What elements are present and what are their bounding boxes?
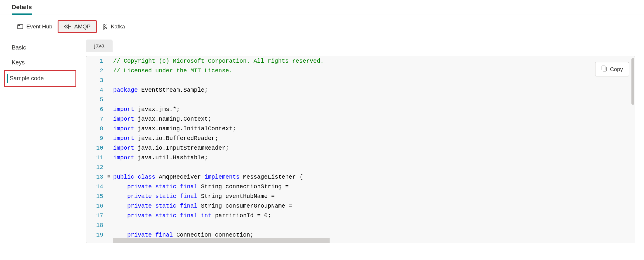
- fold-gutter: [107, 76, 113, 85]
- line-number: 14: [86, 182, 107, 191]
- code-line: 17 private static final int partitionId …: [86, 211, 635, 220]
- svg-rect-14: [603, 67, 606, 71]
- line-number: 7: [86, 114, 107, 124]
- sidebar-item-basic[interactable]: Basic: [4, 40, 77, 55]
- code-content[interactable]: [113, 76, 635, 85]
- fold-gutter: [107, 201, 113, 211]
- sidebar-item-sample[interactable]: Sample code: [4, 70, 76, 87]
- line-number: 17: [86, 211, 107, 220]
- code-line: 16 private static final String consumerG…: [86, 201, 635, 211]
- fold-gutter: [107, 211, 113, 220]
- svg-point-3: [19, 25, 20, 26]
- code-scroll[interactable]: 1// Copyright (c) Microsoft Corporation.…: [86, 56, 635, 243]
- line-number: 16: [86, 201, 107, 211]
- sidebar-item-label: Basic: [12, 44, 26, 51]
- protocol-tab-kafka[interactable]: Kafka: [97, 21, 130, 32]
- fold-gutter: [107, 220, 113, 230]
- code-content[interactable]: import javax.jms.*;: [113, 105, 635, 114]
- line-number: 9: [86, 134, 107, 143]
- code-line: 6import javax.jms.*;: [86, 105, 635, 114]
- fold-gutter: [107, 134, 113, 143]
- code-content[interactable]: private static final String connectionSt…: [113, 182, 635, 191]
- fold-gutter: [107, 85, 113, 95]
- horizontal-scrollbar[interactable]: [113, 238, 330, 243]
- code-content[interactable]: [113, 162, 635, 172]
- code-line: 12: [86, 162, 635, 172]
- svg-point-9: [106, 27, 107, 28]
- svg-point-8: [106, 25, 107, 26]
- kafka-icon: [102, 23, 108, 30]
- svg-line-12: [104, 26, 106, 27]
- code-content[interactable]: import javax.naming.Context;: [113, 114, 635, 124]
- svg-point-2: [18, 25, 19, 26]
- line-number: 1: [86, 56, 107, 66]
- code-content[interactable]: private static final int partitionId = 0…: [113, 211, 635, 220]
- eventhub-icon: [17, 23, 23, 30]
- fold-gutter: [107, 182, 113, 191]
- protocol-tab-label: Event Hub: [26, 23, 52, 30]
- line-number: 4: [86, 85, 107, 95]
- fold-gutter: [107, 66, 113, 76]
- line-number: 2: [86, 66, 107, 76]
- sidebar-item-keys[interactable]: Keys: [4, 55, 77, 70]
- sidebar-item-label: Sample code: [10, 75, 44, 81]
- line-number: 13: [86, 172, 107, 182]
- fold-gutter: [107, 191, 113, 201]
- code-content[interactable]: // Licensed under the MIT License.: [113, 66, 635, 76]
- code-content[interactable]: import java.util.Hashtable;: [113, 153, 635, 162]
- main-area: BasicKeysSample code java Copy 1// Copyr…: [0, 38, 644, 243]
- fold-gutter[interactable]: ⊟: [107, 172, 113, 182]
- page-title[interactable]: Details: [12, 4, 32, 15]
- code-table: 1// Copyright (c) Microsoft Corporation.…: [86, 56, 635, 240]
- code-content[interactable]: import java.io.InputStreamReader;: [113, 143, 635, 153]
- code-content[interactable]: import java.io.BufferedReader;: [113, 134, 635, 143]
- code-content[interactable]: public class AmqpReceiver implements Mes…: [113, 172, 635, 182]
- amqp-icon: [64, 24, 71, 29]
- fold-gutter: [107, 143, 113, 153]
- code-block: Copy 1// Copyright (c) Microsoft Corpora…: [86, 56, 635, 243]
- protocol-tab-eventhub[interactable]: Event Hub: [12, 21, 58, 32]
- fold-gutter: [107, 95, 113, 105]
- code-line: 4package EventStream.Sample;: [86, 85, 635, 95]
- svg-point-7: [103, 28, 104, 29]
- code-line: 14 private static final String connectio…: [86, 182, 635, 191]
- line-number: 11: [86, 153, 107, 162]
- code-content[interactable]: private static final String eventHubName…: [113, 191, 635, 201]
- line-number: 6: [86, 105, 107, 114]
- language-tab-java[interactable]: java: [86, 40, 113, 52]
- line-number: 8: [86, 124, 107, 134]
- code-content[interactable]: // Copyright (c) Microsoft Corporation. …: [113, 56, 635, 66]
- line-number: 5: [86, 95, 107, 105]
- code-content[interactable]: import javax.naming.InitialContext;: [113, 124, 635, 134]
- protocol-tab-label: AMQP: [74, 23, 91, 30]
- line-number: 19: [86, 230, 107, 240]
- code-line: 13⊟public class AmqpReceiver implements …: [86, 172, 635, 182]
- fold-gutter: [107, 105, 113, 114]
- line-number: 12: [86, 162, 107, 172]
- code-line: 2// Licensed under the MIT License.: [86, 66, 635, 76]
- content-pane: java Copy 1// Copyright (c) Microsoft Co…: [77, 38, 644, 243]
- code-content[interactable]: package EventStream.Sample;: [113, 85, 635, 95]
- svg-line-13: [104, 27, 106, 28]
- code-line: 7import javax.naming.Context;: [86, 114, 635, 124]
- fold-gutter: [107, 56, 113, 66]
- code-content[interactable]: [113, 95, 635, 105]
- code-content[interactable]: private static final String consumerGrou…: [113, 201, 635, 211]
- line-number: 15: [86, 191, 107, 201]
- copy-icon: [601, 65, 607, 73]
- svg-rect-15: [602, 66, 605, 70]
- code-line: 18: [86, 220, 635, 230]
- copy-label: Copy: [610, 66, 623, 73]
- fold-gutter: [107, 114, 113, 124]
- code-line: 5: [86, 95, 635, 105]
- copy-button[interactable]: Copy: [595, 62, 629, 76]
- fold-gutter: [107, 153, 113, 162]
- protocol-tabs: Event HubAMQPKafka: [0, 15, 644, 38]
- fold-gutter: [107, 230, 113, 240]
- code-line: 9import java.io.BufferedReader;: [86, 134, 635, 143]
- code-line: 3: [86, 76, 635, 85]
- line-number: 3: [86, 76, 107, 85]
- code-content[interactable]: [113, 220, 635, 230]
- code-line: 8import javax.naming.InitialContext;: [86, 124, 635, 134]
- protocol-tab-amqp[interactable]: AMQP: [58, 20, 97, 33]
